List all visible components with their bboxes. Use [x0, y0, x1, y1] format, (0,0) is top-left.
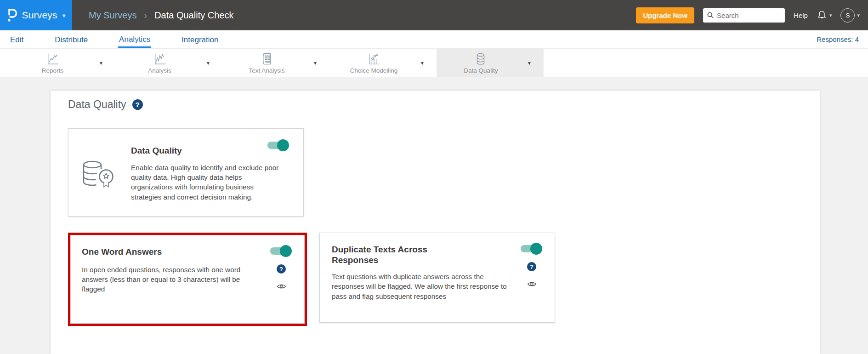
- card-description: In open ended questions, responses with …: [82, 265, 262, 294]
- card-title: One Word Answers: [82, 246, 293, 257]
- top-bar: Surveys ▼ My Surveys › Data Quality Chec…: [0, 0, 868, 30]
- duplicate-texts-toggle[interactable]: [521, 245, 541, 252]
- help-icon[interactable]: ?: [132, 99, 143, 110]
- eye-icon[interactable]: [527, 281, 537, 287]
- survey-nav: Edit Distribute Analytics Integration Re…: [0, 30, 868, 48]
- card-duplicate-texts: Duplicate Texts Across Responses Text qu…: [319, 233, 555, 323]
- search-icon: [707, 11, 714, 19]
- account-menu[interactable]: S ▾: [840, 8, 860, 23]
- chevron-down-icon: ▾: [857, 12, 860, 18]
- toolbar-item-reports[interactable]: Reports ▼: [8, 49, 115, 77]
- card-title: Duplicate Texts Across Responses: [332, 244, 435, 265]
- upgrade-now-button[interactable]: Upgrade Now: [636, 7, 694, 23]
- page-title: Data Quality: [68, 98, 126, 111]
- chevron-down-icon[interactable]: ▼: [527, 60, 532, 65]
- one-word-answers-toggle[interactable]: [270, 247, 290, 255]
- tab-distribute[interactable]: Distribute: [54, 32, 89, 47]
- breadcrumb: My Surveys › Data Quality Check: [89, 10, 233, 21]
- analytics-toolbar: Reports ▼ Analysis ▼ Text Analysis ▼: [0, 48, 868, 77]
- questionpro-logo-icon: [6, 8, 17, 23]
- toolbar-item-data-quality[interactable]: Data Quality ▼: [437, 49, 544, 77]
- database-star-icon: [80, 158, 119, 193]
- responses-count[interactable]: Responses: 4: [817, 35, 859, 43]
- data-quality-toggle[interactable]: [267, 142, 288, 149]
- search-box[interactable]: [703, 8, 785, 23]
- card-description: Enable data quality to identify and excl…: [131, 163, 285, 201]
- chevron-down-icon: ▾: [829, 12, 832, 18]
- help-link[interactable]: Help: [794, 11, 808, 19]
- search-input[interactable]: [717, 11, 781, 19]
- chevron-down-icon[interactable]: ▼: [99, 60, 103, 65]
- help-icon[interactable]: ?: [527, 262, 536, 271]
- help-icon[interactable]: ?: [277, 264, 286, 274]
- line-chart-icon: [46, 52, 60, 66]
- highlight-red-border: One Word Answers In open ended questions…: [68, 233, 307, 326]
- data-quality-panel: Data Quality ? Data Quality Enable data …: [51, 91, 820, 354]
- product-name: Surveys: [22, 10, 57, 21]
- tab-edit[interactable]: Edit: [9, 32, 24, 47]
- breadcrumb-separator-icon: ›: [144, 10, 147, 21]
- page-background-band: [0, 77, 868, 91]
- chevron-down-icon[interactable]: ▼: [206, 60, 210, 65]
- line-chart-icon: [153, 52, 167, 66]
- chevron-down-icon[interactable]: ▼: [420, 60, 425, 65]
- database-icon: [474, 52, 488, 66]
- document-icon: [260, 52, 273, 66]
- breadcrumb-my-surveys[interactable]: My Surveys: [89, 10, 136, 21]
- card-title: Data Quality: [131, 145, 285, 156]
- card-description: Text questions with duplicate answers ac…: [332, 272, 515, 301]
- tab-integration[interactable]: Integration: [181, 32, 219, 47]
- toolbar-item-text-analysis[interactable]: Text Analysis ▼: [222, 49, 329, 77]
- avatar: S: [840, 8, 855, 23]
- product-switcher[interactable]: Surveys ▼: [0, 0, 72, 30]
- chart-dots-icon: [367, 52, 381, 66]
- chevron-down-icon[interactable]: ▼: [313, 60, 318, 65]
- breadcrumb-current: Data Quality Check: [154, 10, 233, 21]
- tab-analytics[interactable]: Analytics: [118, 31, 151, 48]
- eye-icon[interactable]: [277, 283, 286, 290]
- chevron-down-icon: ▼: [62, 13, 67, 18]
- notifications-menu[interactable]: ▾: [817, 10, 832, 21]
- card-data-quality: Data Quality Enable data quality to iden…: [68, 128, 304, 217]
- toolbar-item-analysis[interactable]: Analysis ▼: [115, 49, 222, 77]
- toolbar-item-choice-modelling[interactable]: Choice Modelling ▼: [329, 49, 437, 77]
- card-one-word-answers: One Word Answers In open ended questions…: [70, 235, 305, 324]
- bell-icon: [817, 10, 827, 21]
